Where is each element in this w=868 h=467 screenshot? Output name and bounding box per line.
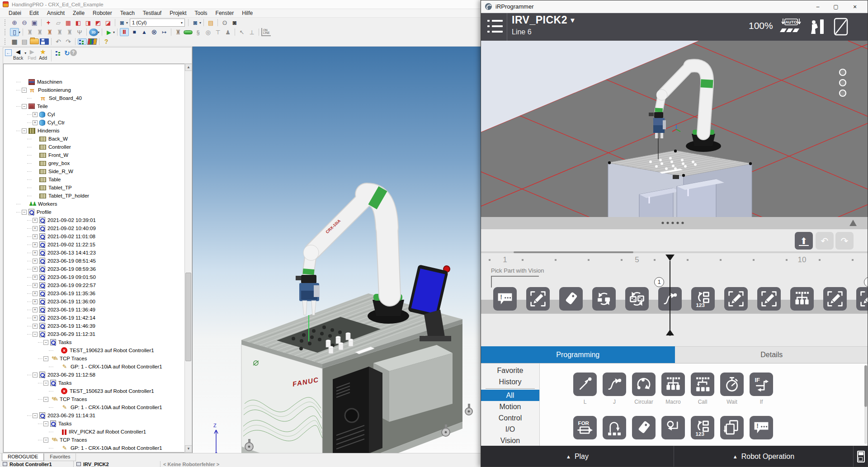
playhead[interactable] xyxy=(670,261,670,336)
expand-icon[interactable]: + xyxy=(33,267,38,272)
cancel-icon[interactable]: ⊗ xyxy=(150,28,159,36)
category-history[interactable]: History xyxy=(481,376,539,387)
tree-item[interactable]: +2021-09-02 10:40:09 xyxy=(4,224,185,232)
palette-scrollbar[interactable] xyxy=(864,365,867,444)
instruction-vision[interactable] xyxy=(592,287,616,311)
expand-icon[interactable]: + xyxy=(33,291,38,296)
robot-lock-icon[interactable]: ♜ xyxy=(25,28,34,36)
expand-icon[interactable]: + xyxy=(33,242,38,247)
step-icon[interactable]: ↦ xyxy=(160,28,169,36)
plane-icon[interactable]: ▱ xyxy=(54,19,63,27)
sphere2d-icon[interactable]: 2D xyxy=(89,28,98,36)
tab-favorites[interactable]: Favorites xyxy=(44,453,76,461)
collapse-icon[interactable]: − xyxy=(33,373,38,377)
expand-icon[interactable]: + xyxy=(33,316,38,321)
tree-item[interactable]: +2023-06-19 11:36:49 xyxy=(4,306,185,314)
tree-item[interactable]: ✎GP: 1 - CRX-10iA auf Robot Controller1 xyxy=(4,363,185,371)
palette-pages[interactable] xyxy=(720,416,744,439)
tree-item[interactable]: ×TEST_150623 auf Robot Controller1 xyxy=(4,387,185,395)
treepanel-icon[interactable] xyxy=(78,38,87,45)
floppy-icon[interactable] xyxy=(40,38,49,45)
menu-zelle[interactable]: Zelle xyxy=(69,9,89,17)
menu-hilfe[interactable]: Hilfe xyxy=(238,9,257,17)
instruction-edit[interactable] xyxy=(757,287,781,311)
status-program[interactable]: IRV_PICK2 xyxy=(74,461,160,467)
tree-item[interactable]: −Tasks xyxy=(4,338,185,346)
instruction-edit[interactable] xyxy=(823,287,847,311)
cube-corner-icon[interactable]: ◪ xyxy=(104,19,113,27)
collapse-icon[interactable]: − xyxy=(22,128,27,133)
tree-item[interactable]: ✎GP: 1 - CRX-10iA auf Robot Controller1 xyxy=(4,403,185,411)
tree-item[interactable]: −✎✎TCP Traces xyxy=(4,354,185,363)
grid-icon[interactable]: ▦ xyxy=(10,38,19,46)
expand-icon[interactable]: + xyxy=(33,324,38,329)
tree-item[interactable]: Side_R_W xyxy=(4,167,185,175)
tree-item[interactable]: +Cyl xyxy=(4,110,185,118)
pause-icon[interactable]: Ⅱ xyxy=(120,28,129,36)
sign-icon[interactable]: ⊤ xyxy=(213,28,222,36)
tree-item[interactable]: −2023-06-29 11:14:31 xyxy=(4,411,185,420)
collapse-icon[interactable]: − xyxy=(43,421,48,426)
robot-teach-icon[interactable]: ♜ xyxy=(45,28,54,36)
irprogrammer-titlebar[interactable]: iRProgrammer xyxy=(481,0,868,13)
tree-item[interactable]: Front_W xyxy=(4,151,185,159)
robots2-icon[interactable]: ♜ xyxy=(65,28,74,36)
photo-icon[interactable]: ◙ xyxy=(230,19,239,27)
menu-projekt[interactable]: Projekt xyxy=(165,9,190,17)
person-icon[interactable]: ♟ xyxy=(223,28,232,36)
palette-wait[interactable] xyxy=(720,373,744,396)
close-button[interactable]: × xyxy=(847,0,863,13)
zoom-in-icon[interactable]: ⊕ xyxy=(10,19,19,27)
collapse-icon[interactable]: − xyxy=(43,397,48,402)
collapse-icon[interactable]: − xyxy=(43,340,48,345)
tree-item[interactable]: πSol_Board_40 xyxy=(4,94,185,102)
auto-mode-icon[interactable]: AUTO xyxy=(779,17,803,37)
menu-ansicht[interactable]: Ansicht xyxy=(43,9,69,17)
help-icon[interactable]: ? xyxy=(70,49,77,56)
tab-programming[interactable]: Programming xyxy=(481,346,675,363)
collapse-icon[interactable]: − xyxy=(22,104,27,109)
playhead-top-icon[interactable] xyxy=(665,255,675,261)
menu-datei[interactable]: Datei xyxy=(5,9,25,17)
tree-item[interactable]: Controller xyxy=(4,143,185,151)
category-vision[interactable]: Vision xyxy=(481,435,539,446)
instruction-tag[interactable] xyxy=(559,287,583,311)
tree-item[interactable]: +2023-06-19 08:59:36 xyxy=(4,265,185,273)
tree-item[interactable]: +2023-06-19 11:36:00 xyxy=(4,297,185,306)
robot-axes-icon[interactable]: ♜ xyxy=(35,28,44,36)
eject-icon[interactable]: ▲ xyxy=(140,28,149,36)
instruction-edit[interactable] xyxy=(724,287,748,311)
maximize-button[interactable]: ▢ xyxy=(828,0,844,13)
category-motion[interactable]: Motion xyxy=(481,401,539,412)
palette-tag[interactable] xyxy=(632,416,656,439)
scroll-up-icon[interactable]: ▲ xyxy=(185,64,192,71)
screen-disabled-icon[interactable] xyxy=(832,17,850,37)
move-icon[interactable]: + xyxy=(44,19,53,27)
tree-item[interactable]: +2021-09-02 10:39:01 xyxy=(4,216,185,224)
cube-add-icon[interactable]: ▦ xyxy=(64,19,73,27)
collapse-icon[interactable]: − xyxy=(43,438,48,443)
scroll-thumb[interactable] xyxy=(185,273,191,361)
category-control[interactable]: Control xyxy=(481,412,539,424)
menu-testlauf[interactable]: Testlauf xyxy=(139,9,165,17)
cell-part-selector[interactable]: 1 (Cyl)▾ xyxy=(130,19,185,27)
tree-item[interactable]: −Tasks xyxy=(4,420,185,428)
expand-icon[interactable]: + xyxy=(33,299,38,304)
cube-zoom-icon[interactable]: ◩ xyxy=(94,19,103,27)
tree-item[interactable]: +2023-06-19 08:51:45 xyxy=(4,257,185,265)
stop-icon[interactable]: ■ xyxy=(130,28,139,36)
undo-icon[interactable]: ↶ xyxy=(54,38,63,46)
menu-edit[interactable]: Edit xyxy=(25,9,43,17)
instruction-comment[interactable]: ! xyxy=(493,287,517,311)
palette-repeat[interactable] xyxy=(603,416,626,439)
timeline-scrollbar[interactable] xyxy=(481,251,868,253)
capsule-icon[interactable] xyxy=(184,30,193,34)
tree-item[interactable]: −Tasks xyxy=(4,379,185,387)
minimize-button[interactable]: – xyxy=(810,0,826,13)
menu-tools[interactable]: Tools xyxy=(191,9,212,17)
tab-roboguide[interactable]: ROBOGUIDE xyxy=(2,453,44,461)
tree-item[interactable]: −πPositionierung xyxy=(4,86,185,94)
undo-button[interactable]: ↶ xyxy=(816,232,834,250)
expand-icon[interactable]: + xyxy=(33,234,38,239)
tree-item[interactable]: ♟♟Workers xyxy=(4,200,185,208)
